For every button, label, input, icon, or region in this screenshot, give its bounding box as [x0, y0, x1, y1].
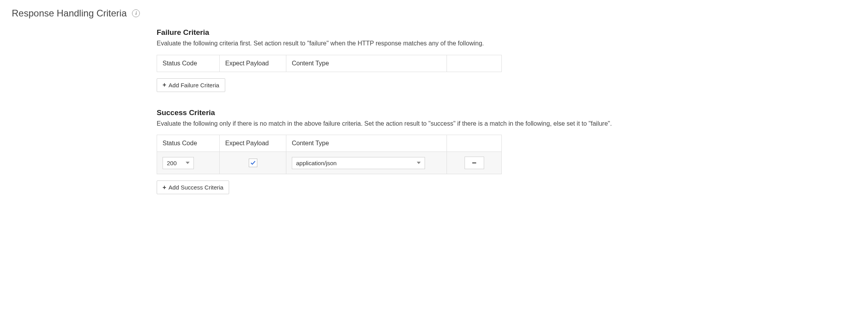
success-table: Status Code Expect Payload Content Type … — [157, 135, 502, 174]
col-expect-payload: Expect Payload — [220, 55, 286, 72]
minus-icon: − — [472, 159, 477, 168]
add-success-label: Add Success Criteria — [168, 184, 223, 191]
failure-section: Failure Criteria Evaluate the following … — [157, 28, 705, 92]
success-description: Evaluate the following only if there is … — [157, 119, 705, 128]
col-content-type: Content Type — [286, 55, 447, 72]
plus-icon: + — [163, 82, 166, 88]
status-code-select[interactable]: 200 — [163, 157, 194, 169]
plus-icon: + — [163, 184, 166, 191]
success-title: Success Criteria — [157, 108, 705, 117]
success-section: Success Criteria Evaluate the following … — [157, 108, 705, 195]
chevron-down-icon — [417, 162, 421, 164]
chevron-down-icon — [186, 162, 190, 164]
content-type-value: application/json — [296, 160, 336, 166]
col-actions — [447, 55, 502, 72]
remove-row-button[interactable]: − — [465, 157, 484, 169]
failure-table: Status Code Expect Payload Content Type — [157, 55, 502, 72]
page-title: Response Handling Criteria — [12, 8, 127, 19]
check-icon — [250, 160, 256, 166]
info-icon[interactable]: i — [132, 9, 140, 17]
col-status-code: Status Code — [157, 55, 220, 72]
expect-payload-checkbox[interactable] — [249, 159, 257, 167]
col-content-type: Content Type — [286, 135, 447, 152]
content-type-select[interactable]: application/json — [292, 157, 425, 169]
status-code-value: 200 — [167, 160, 177, 166]
col-actions — [447, 135, 502, 152]
col-expect-payload: Expect Payload — [220, 135, 286, 152]
add-success-criteria-button[interactable]: + Add Success Criteria — [157, 180, 229, 194]
col-status-code: Status Code — [157, 135, 220, 152]
add-failure-label: Add Failure Criteria — [168, 82, 219, 88]
failure-description: Evaluate the following criteria first. S… — [157, 39, 705, 48]
add-failure-criteria-button[interactable]: + Add Failure Criteria — [157, 78, 225, 92]
failure-title: Failure Criteria — [157, 28, 705, 37]
table-row: 200 application/json — [157, 152, 502, 174]
